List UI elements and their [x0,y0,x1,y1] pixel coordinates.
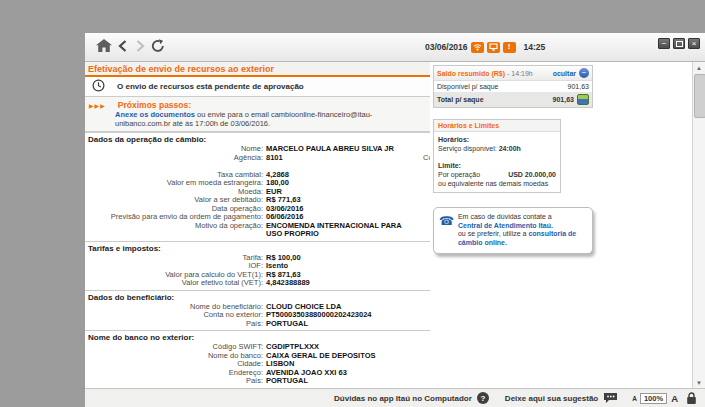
minimize-button[interactable]: − [658,38,670,49]
alert-icon: ! [503,42,516,53]
page-title: Efetivação de envio de recursos ao exter… [85,62,430,77]
toolbar: 03/06/2016 ! 14:25 − × [85,33,705,62]
section-rows: Código SWIFT: CGDIPTPLXXX Nome do banco:… [85,343,430,386]
lock-icon [686,392,697,405]
scroll-down-icon[interactable]: ▼ [693,377,705,388]
field-row: Agência: 8101 Conta corrente: 09858-3 [85,154,430,171]
section-rows: Nome do beneficiário: CLOUD CHOICE LDA C… [85,303,430,329]
speech-bubble-icon[interactable] [603,392,618,404]
scrollbar-thumb[interactable] [694,74,705,118]
font-decrease-button[interactable]: A [632,395,637,402]
central-atendimento-link[interactable]: Central de Atendimento Itaú. [458,222,553,229]
limit-label: Limite: [438,161,556,170]
field-value: PORTUGAL [266,320,308,329]
field-label: Conta no exterior: [85,311,266,320]
contact-box: ☎ Em caso de dúvidas contate a Central d… [433,207,593,254]
next-steps-text: Anexe os documentos ou envie para o emai… [115,111,424,128]
field-row: Motivo da operação: ENCOMENDA INTERNACIO… [85,222,430,239]
zoom-level: 100% [640,393,667,404]
pending-approval-notice: O envio de recursos está pendente de apr… [85,77,430,97]
toolbar-date: 03/06/2016 [425,42,468,52]
field-value: ENCOMENDA INTERNACIONAL PARA USO PROPRIO [266,222,416,239]
section-rows: Nome: MARCELO PAULA ABREU SILVA JR Agênc… [85,145,430,239]
maximize-icon [676,41,683,47]
next-steps-title: Próximos passos: [118,100,191,110]
field-label: Motivo da operação: [85,222,266,239]
content-area: Efetivação de envio de recursos ao exter… [85,62,705,388]
clock-icon [85,78,105,96]
forward-icon [136,38,145,56]
field-label: Agência: [85,154,266,171]
section-beneficiary: Dados do beneficiário: Nome do beneficiá… [85,290,430,331]
field-row: País: PORTUGAL [85,377,430,386]
back-icon [118,38,127,56]
field-row: País: PORTUGAL [85,320,430,329]
next-steps-arrows-icon: ▶▶▶ [89,102,106,109]
field-label: País: [85,377,266,386]
hours-label: Horários: [438,135,556,144]
app-window: 03/06/2016 ! 14:25 − × Efetivação de env… [85,33,705,407]
field-value: PORTUGAL [266,377,308,386]
collapse-icon[interactable]: − [579,68,589,78]
section-foreign-bank: Nome do banco no exterior: Código SWIFT:… [85,330,430,388]
section-fees-taxes: Tarifas e impostos: Tarifa: R$ 100,00 IO… [85,241,430,290]
monitor-icon [487,42,500,53]
balance-row-total: Total p/ saque 901,63 [434,92,592,107]
field-label: Tarifa: [85,254,266,263]
back-button[interactable] [113,37,131,57]
hours-limits-box: Horários e Limites Horários: Serviço dis… [433,119,561,193]
notice-text: O envio de recursos está pendente de apr… [117,82,304,91]
app-help-label[interactable]: Dúvidas no app Itaú no Computador [334,394,472,403]
balance-title: Saldo resumido (R$) [437,70,505,77]
contact-text: Em caso de dúvidas contate a Central de … [458,213,588,247]
section-title: Tarifas e impostos: [85,244,430,254]
limit-note: ou equivalente nas demais moedas [438,179,556,188]
calculator-icon[interactable] [577,94,589,105]
question-icon[interactable]: ? [477,392,489,404]
section-title: Dados do beneficiário: [85,293,430,303]
field-value: 8101 [266,154,283,171]
refresh-icon [151,38,165,56]
transaction-panel: Efetivação de envio de recursos ao exter… [85,62,430,388]
balance-row-available: Disponível p/ saque 901,63 [434,81,592,92]
hide-balance-link[interactable]: ocultar [553,70,576,77]
footer-bar: Dúvidas no app Itaú no Computador ? Deix… [85,388,705,407]
field-label: País: [85,320,266,329]
hours-value-line: Serviço disponível: 24:00h [438,144,556,153]
wifi-icon [471,42,484,53]
home-icon [96,38,112,56]
field-value: MARCELO PAULA ABREU SILVA JR [266,145,394,154]
maximize-button[interactable] [673,38,685,49]
section-foreign-expenses: Despesas cobradas por bancos no exterior… [85,388,430,389]
field-label: Valor efetivo total (VET): [85,279,266,288]
forward-button[interactable] [131,37,149,57]
field-label: Endereço: [85,369,266,378]
field-row: Valor efetivo total (VET): 4,842388889 [85,279,430,288]
font-increase-button[interactable]: A [671,393,678,404]
limit-row: Por operação USD 20.000,00 [438,170,556,179]
hours-limits-title: Horários e Limites [434,120,560,132]
toolbar-time: 14:25 [524,42,546,52]
balance-timestamp: - 14:19h [507,70,533,77]
section-rows: Tarifa: R$ 100,00 IOF: Isento Valor para… [85,254,430,288]
refresh-button[interactable] [149,37,167,57]
balance-summary-box: Saldo resumido (R$) - 14:19h ocultar − D… [433,65,593,108]
vertical-scrollbar[interactable]: ▲ ▼ [692,62,705,388]
field-label-secondary: Conta corrente: [297,154,430,171]
section-operation-data: Dados da operação de câmbio: Nome: MARCE… [85,132,430,241]
close-button[interactable]: × [688,38,700,49]
sidebar: Saldo resumido (R$) - 14:19h ocultar − D… [430,62,705,388]
home-button[interactable] [95,37,113,57]
phone-icon: ☎ [439,214,454,247]
suggestion-label[interactable]: Deixe aqui sua sugestão [505,394,598,403]
scroll-up-icon[interactable]: ▲ [693,62,705,73]
window-controls: − × [658,38,700,49]
next-steps: ▶▶▶ Próximos passos: Anexe os documentos… [85,97,430,132]
field-value: 4,842388889 [266,279,310,288]
